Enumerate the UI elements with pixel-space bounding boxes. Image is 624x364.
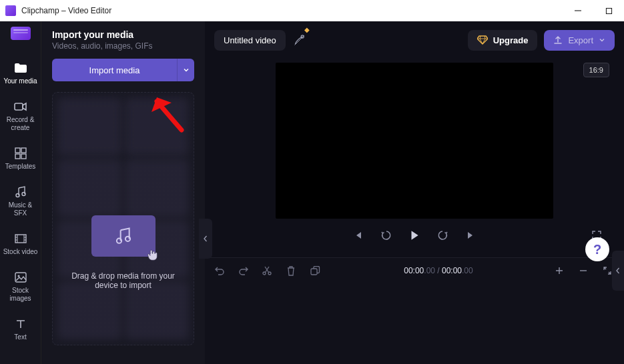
filmstrip-icon [14, 232, 27, 245]
import-media-button[interactable]: Import media [52, 59, 177, 81]
window-title: Clipchamp – Video Editor [21, 6, 111, 15]
timeline-zoom-out-button[interactable] [579, 266, 591, 275]
aspect-ratio-badge[interactable]: 16:9 [583, 63, 609, 77]
sidebar-item-stock-images[interactable]: Stock images [2, 265, 39, 308]
rewind-button[interactable] [379, 228, 394, 243]
window-titlebar: Clipchamp – Video Editor [0, 0, 624, 21]
sidebar-item-music-sfx[interactable]: Music & SFX [2, 180, 39, 223]
svg-rect-10 [15, 235, 26, 243]
sparkle-slash-icon [293, 33, 306, 47]
preview-area: 16:9 [205, 59, 624, 257]
current-frac: .00 [424, 266, 435, 275]
timeline: 00:00.00 / 00:00.00 [205, 257, 624, 364]
svg-line-23 [294, 35, 304, 45]
export-button[interactable]: Export [544, 30, 615, 51]
sidebar-item-your-media[interactable]: Your media [2, 56, 39, 91]
svg-point-25 [268, 272, 271, 275]
export-label: Export [568, 35, 593, 45]
brand-logo-icon[interactable] [11, 27, 31, 40]
sidebar-label: Music & SFX [2, 201, 39, 217]
delete-button[interactable] [286, 265, 298, 276]
sidebar: Your media Record & create Templates Mus… [0, 21, 41, 364]
chevron-down-icon [183, 67, 190, 73]
svg-point-24 [263, 272, 266, 275]
forward-button[interactable] [435, 228, 450, 243]
media-panel-subtitle: Videos, audio, images, GIFs [52, 41, 194, 51]
svg-rect-4 [21, 148, 26, 153]
svg-rect-3 [15, 148, 20, 153]
sidebar-item-stock-video[interactable]: Stock video [2, 227, 39, 261]
sidebar-label: Templates [5, 163, 36, 171]
timeline-toolbar: 00:00.00 / 00:00.00 [205, 258, 624, 283]
svg-rect-26 [311, 269, 317, 275]
sidebar-label: Your media [3, 77, 37, 85]
sidebar-item-text[interactable]: Text [2, 312, 39, 347]
hand-cursor-icon [145, 247, 160, 262]
skip-start-button[interactable] [351, 228, 366, 243]
duplicate-button[interactable] [310, 266, 322, 276]
project-title-input[interactable]: Untitled video [214, 30, 286, 51]
svg-rect-5 [15, 154, 20, 159]
dropzone-text: Drag & drop media from your device to im… [59, 263, 187, 290]
timeline-add-track-button[interactable] [555, 266, 567, 275]
upgrade-button[interactable]: Upgrade [468, 30, 538, 51]
chevron-down-icon [599, 37, 605, 43]
redo-button[interactable] [238, 266, 250, 275]
timeline-time-display: 00:00.00 / 00:00.00 [334, 266, 543, 275]
media-panel: Import your media Videos, audio, images,… [41, 21, 205, 364]
folder-icon [14, 61, 27, 75]
video-preview[interactable] [276, 63, 553, 219]
split-button[interactable] [262, 265, 274, 276]
upload-icon [553, 35, 563, 45]
sidebar-label: Record & create [2, 116, 39, 132]
media-panel-title: Import your media [52, 29, 194, 40]
total-frac: .00 [462, 266, 473, 275]
skip-end-button[interactable] [463, 228, 478, 243]
svg-rect-1 [606, 8, 611, 13]
camera-icon [14, 100, 27, 113]
dropzone-illustration [91, 215, 155, 257]
transport-controls [205, 228, 624, 243]
timeline-tracks[interactable] [205, 283, 624, 364]
media-drop-zone[interactable]: Drag & drop media from your device to im… [52, 92, 194, 345]
play-button[interactable] [407, 228, 422, 243]
sidebar-item-record-create[interactable]: Record & create [2, 95, 39, 137]
music-icon [14, 185, 27, 199]
help-button[interactable]: ? [585, 237, 609, 261]
total-time: 00:00 [442, 266, 462, 275]
svg-rect-6 [21, 154, 26, 159]
undo-button[interactable] [214, 266, 226, 275]
image-icon [14, 271, 27, 284]
app-logo-icon [5, 5, 16, 16]
sidebar-item-templates[interactable]: Templates [2, 141, 39, 176]
templates-icon [14, 147, 27, 160]
diamond-badge-icon: ◆ [304, 26, 310, 33]
text-icon [14, 317, 27, 331]
window-minimize-button[interactable] [563, 0, 593, 21]
right-panel-collapse-handle[interactable] [612, 251, 624, 291]
import-media-dropdown[interactable] [177, 59, 194, 81]
svg-point-18 [17, 275, 19, 277]
upgrade-label: Upgrade [493, 35, 529, 45]
music-icon [115, 227, 132, 245]
current-time: 00:00 [404, 266, 424, 275]
svg-rect-2 [15, 103, 23, 110]
question-icon: ? [593, 242, 601, 257]
sidebar-label: Text [14, 333, 26, 341]
magic-wand-button[interactable]: ◆ [292, 33, 307, 47]
svg-point-20 [125, 237, 129, 241]
window-maximize-button[interactable] [593, 0, 624, 21]
sidebar-label: Stock video [3, 248, 38, 256]
chevron-left-icon [615, 267, 621, 274]
editor-topbar: Untitled video ◆ Upgrade Export [205, 21, 624, 59]
diamond-icon [477, 35, 488, 45]
sidebar-label: Stock images [2, 287, 39, 303]
